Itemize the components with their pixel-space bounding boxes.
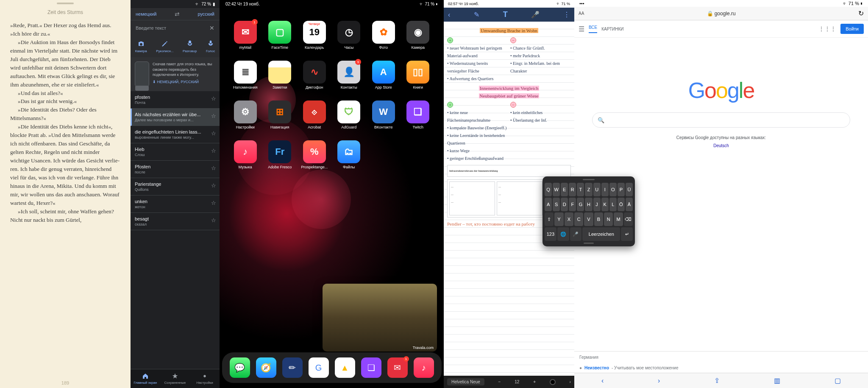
history-row[interactable]: HiebСлэш☆ bbox=[131, 143, 220, 161]
star-icon[interactable]: ☆ bbox=[211, 148, 216, 154]
app-Диктофон[interactable]: ∿Диктофон bbox=[299, 61, 330, 89]
key-F[interactable]: F bbox=[569, 198, 576, 211]
book-text[interactable]: »Rede, Pratt.« Der Hexer zog das Hemd au… bbox=[0, 21, 131, 377]
app-Контакты[interactable]: 👤Контакты9 bbox=[334, 61, 365, 89]
mode-camera[interactable]: Камера bbox=[135, 40, 147, 53]
app-Twitch[interactable]: ❏Twitch bbox=[403, 100, 434, 129]
apps-grid-icon[interactable]: ⋮⋮⋮ bbox=[818, 25, 836, 32]
tab-images[interactable]: КАРТИНКИ bbox=[601, 27, 623, 31]
key-Z[interactable]: Z bbox=[585, 183, 592, 196]
star-icon[interactable]: ☆ bbox=[211, 182, 216, 189]
swap-icon[interactable]: ⇄ bbox=[175, 11, 180, 17]
app-Файлы[interactable]: 🗂Файлы bbox=[334, 140, 365, 169]
history-row[interactable]: die eingefluchteten Linien lass...выровн… bbox=[131, 126, 220, 143]
key-R[interactable]: R bbox=[569, 183, 576, 196]
search-input[interactable]: 🔍 bbox=[592, 112, 851, 128]
star-icon[interactable]: ☆ bbox=[211, 217, 216, 223]
app-Камера[interactable]: ◉Камера bbox=[403, 21, 434, 50]
history-row[interactable]: ParierstangeQuillons☆ bbox=[131, 178, 220, 195]
app-Календарь[interactable]: Четверг19Календарь bbox=[299, 21, 330, 50]
key-E[interactable]: E bbox=[561, 183, 568, 196]
dock-app[interactable]: 💬 bbox=[230, 357, 250, 378]
key-O[interactable]: O bbox=[609, 183, 617, 196]
key-Q[interactable]: Q bbox=[545, 183, 552, 196]
pip-window[interactable]: Travala.com bbox=[323, 284, 437, 352]
key-T[interactable]: T bbox=[577, 183, 584, 196]
drag-handle[interactable] bbox=[57, 3, 74, 4]
share-icon[interactable]: ⇪ bbox=[714, 377, 720, 385]
mic-icon[interactable]: 🎤 bbox=[531, 11, 540, 19]
app-Часы[interactable]: ◷Часы bbox=[334, 21, 365, 50]
app-Настройки[interactable]: ⚙Настройки bbox=[230, 100, 261, 129]
history-row[interactable]: Pfostenпосле☆ bbox=[131, 161, 220, 178]
app-Напоминания[interactable]: ≣Напоминания bbox=[230, 61, 261, 89]
history-row[interactable]: unkenжетон☆ bbox=[131, 195, 220, 213]
history-row[interactable]: Als nächstes erzählen wir übe...Далее мы… bbox=[131, 109, 220, 126]
lang-from[interactable]: немецкий bbox=[136, 11, 156, 17]
lang-to[interactable]: русский bbox=[198, 11, 214, 17]
tabs-icon[interactable]: ▢ bbox=[835, 377, 841, 385]
home-screen[interactable]: 02:42 Чт 19 нояб. ᯤ 71 % ▮ ✉myMail1▢Face… bbox=[220, 0, 444, 388]
key-D[interactable]: D bbox=[561, 198, 568, 211]
app-myMail[interactable]: ✉myMail1 bbox=[230, 21, 261, 50]
download-link[interactable]: ⬇ НЕМЕЦКИЙ, РУССКИЙ bbox=[153, 79, 215, 85]
key-⇧[interactable]: ⇧ bbox=[545, 212, 554, 226]
history-row[interactable]: pfostenПочта☆ bbox=[131, 91, 220, 109]
key-V[interactable]: V bbox=[584, 212, 593, 226]
history-list[interactable]: pfostenПочта☆Als nächstes erzählen wir ü… bbox=[131, 91, 220, 369]
text-size-icon[interactable]: AA bbox=[579, 11, 584, 16]
embedded-doc[interactable]: Infrastrukturrelevanz der Innenentwicklu… bbox=[447, 165, 571, 177]
dock-app[interactable]: ✏ bbox=[282, 357, 303, 378]
app-Acrobat[interactable]: ⟐Acrobat bbox=[299, 100, 330, 129]
kb-handle[interactable] bbox=[583, 179, 595, 180]
key-Y[interactable]: Y bbox=[554, 212, 563, 226]
app-Музыка[interactable]: ♪Музыка bbox=[230, 140, 261, 169]
app-Prospektange...[interactable]: %Prospektange... bbox=[299, 140, 330, 169]
font-size[interactable]: 12 bbox=[515, 380, 519, 384]
clear-icon[interactable]: ✕ bbox=[209, 25, 214, 31]
offline-banner[interactable]: Скачав пакет для этого языка, вы сможете… bbox=[131, 57, 220, 91]
key-K[interactable]: K bbox=[601, 198, 609, 211]
text-tool-icon[interactable]: T bbox=[503, 10, 508, 19]
key-U[interactable]: U bbox=[593, 183, 601, 196]
size-inc[interactable]: + bbox=[533, 380, 536, 384]
star-icon[interactable]: ☆ bbox=[211, 130, 216, 137]
dock-app[interactable]: ♪ bbox=[414, 357, 434, 378]
fwd-icon[interactable]: › bbox=[658, 377, 660, 385]
font-selector[interactable]: Helvetica Neue bbox=[447, 378, 484, 385]
tab-home[interactable]: Главный экран bbox=[131, 369, 160, 388]
star-icon[interactable]: ☆ bbox=[211, 200, 216, 206]
dock-app[interactable]: ▲ bbox=[335, 357, 355, 378]
app-App Store[interactable]: AApp Store bbox=[368, 61, 399, 89]
key-X[interactable]: X bbox=[565, 212, 573, 226]
key-I[interactable]: I bbox=[601, 183, 609, 196]
reload-icon[interactable]: ↻ bbox=[858, 9, 864, 17]
key-Ö[interactable]: Ö bbox=[618, 198, 625, 211]
key-B[interactable]: B bbox=[594, 212, 603, 226]
app-Adobe Fresco[interactable]: FrAdobe Fresco bbox=[264, 140, 296, 169]
tab-all[interactable]: ВСЕ bbox=[589, 25, 597, 33]
color-swatch[interactable] bbox=[550, 379, 556, 385]
key-🎤[interactable]: 🎤 bbox=[570, 227, 582, 241]
text-input[interactable]: Введите текст ✕ bbox=[131, 20, 220, 36]
url-field[interactable]: 🔒google.ru bbox=[588, 11, 854, 17]
dock-app[interactable]: ❏ bbox=[361, 357, 381, 378]
app-AdGuard[interactable]: 🛡AdGuard bbox=[334, 100, 365, 129]
key-J[interactable]: J bbox=[593, 198, 601, 211]
tab-gear[interactable]: Настройки bbox=[190, 369, 220, 388]
app-ВКонтакте[interactable]: WВКонтакте bbox=[368, 100, 399, 129]
key-W[interactable]: W bbox=[553, 183, 560, 196]
key-G[interactable]: G bbox=[577, 198, 584, 211]
app-Навигация[interactable]: ⊞Навигация bbox=[264, 100, 296, 129]
dock-app[interactable]: ✉1 bbox=[387, 357, 408, 378]
back-icon[interactable]: ‹ bbox=[601, 377, 604, 385]
lang-link[interactable]: Deutsch bbox=[713, 143, 729, 148]
star-icon[interactable]: ☆ bbox=[211, 165, 216, 171]
dock-app[interactable]: G bbox=[309, 357, 329, 378]
key-🌐[interactable]: 🌐 bbox=[557, 227, 569, 241]
bookmarks-icon[interactable]: ▥ bbox=[774, 377, 780, 385]
key-C[interactable]: C bbox=[574, 212, 583, 226]
login-button[interactable]: Войти bbox=[840, 24, 864, 34]
mode-pen[interactable]: Рукописн... bbox=[156, 40, 173, 53]
key-123[interactable]: 123 bbox=[545, 227, 556, 241]
